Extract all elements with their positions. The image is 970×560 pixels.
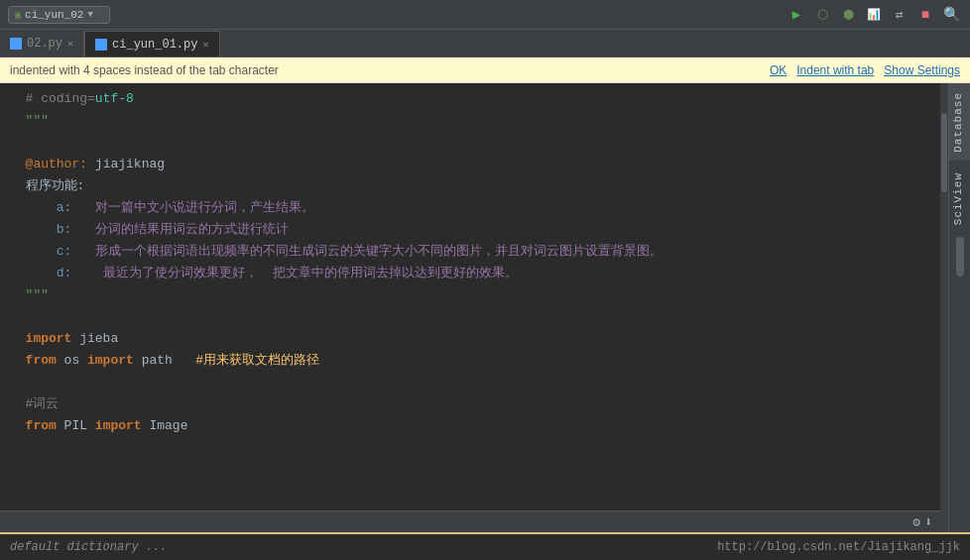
code-line-13: from os import path #用来获取文档的路径 [10, 350, 930, 372]
code-line-1: # coding=utf-8 [10, 88, 930, 110]
code-line-4: @author: jiajiknag [10, 154, 930, 175]
settings-icon[interactable]: ⚙ [912, 514, 920, 530]
close-tab-ci-yun-01py[interactable]: ✕ [202, 39, 208, 51]
sidebar-resize-handle[interactable] [956, 237, 964, 277]
toolbar-actions: ▶ ⬡ ⬢ 📊 ⇄ ■ 🔍 [786, 4, 962, 26]
concurrency-button[interactable]: ⇄ [889, 4, 910, 26]
run-config-dropdown[interactable]: ▣ ci_yun_02 ▼ [8, 6, 110, 24]
code-line-6: a: 对一篇中文小说进行分词，产生结果。 [10, 197, 930, 219]
bottom-status-url: http://blog.csdn.net/Jiajikang_jjk [717, 540, 960, 554]
sidebar-item-sciview[interactable]: SciView [949, 165, 970, 233]
code-line-12: import jieba [10, 328, 930, 350]
tab-bar: 02.py ✕ ci_yun_01.py ✕ [0, 30, 970, 57]
code-line-15: #词云 [10, 393, 930, 415]
tab-ci-yun-01py[interactable]: ci_yun_01.py ✕ [84, 31, 219, 56]
debug-run-button[interactable]: ⬡ [811, 4, 833, 26]
stop-button[interactable]: ■ [914, 4, 936, 26]
show-settings-button[interactable]: Show Settings [884, 63, 960, 77]
bottom-status-left: default dictionary ... [10, 540, 167, 554]
run-config-label: ci_yun_02 [25, 9, 83, 21]
right-sidebar: Database SciView [948, 83, 970, 532]
code-line-7: b: 分词的结果用词云的方式进行统计 [10, 219, 930, 241]
toolbar: ▣ ci_yun_02 ▼ ▶ ⬡ ⬢ 📊 ⇄ ■ 🔍 [0, 0, 970, 30]
download-icon[interactable]: ⬇ [924, 514, 932, 530]
code-line-5: 程序功能: [10, 175, 930, 197]
profile-button[interactable]: 📊 [863, 4, 885, 26]
editor-scrollbar[interactable] [940, 83, 948, 532]
close-tab-02py[interactable]: ✕ [67, 38, 73, 50]
code-line-8: c: 形成一个根据词语出现频率的不同生成词云的关键字大小不同的图片，并且对词云图… [10, 241, 930, 263]
code-line-3 [10, 132, 930, 154]
sidebar-item-database[interactable]: Database [949, 83, 970, 161]
python-file-icon-active [95, 39, 107, 51]
editor-container: # coding=utf-8 """ @author: jiajiknag 程序… [0, 83, 940, 532]
code-line-10: """ [10, 284, 930, 306]
code-line-14 [10, 372, 930, 393]
indent-with-tab-button[interactable]: Indent with tab [796, 63, 874, 77]
main-area: # coding=utf-8 """ @author: jiajiknag 程序… [0, 83, 970, 532]
status-icons: ⚙ ⬇ [912, 514, 932, 530]
code-line-2: """ [10, 110, 930, 132]
coverage-button[interactable]: ⬢ [837, 4, 859, 26]
run-button[interactable]: ▶ [786, 4, 807, 26]
search-button[interactable]: 🔍 [940, 4, 962, 26]
notification-bar: indented with 4 spaces instead of the ta… [0, 57, 970, 83]
scrollbar-thumb[interactable] [941, 113, 947, 192]
code-editor[interactable]: # coding=utf-8 """ @author: jiajiknag 程序… [0, 83, 940, 510]
code-lines: # coding=utf-8 """ @author: jiajiknag 程序… [0, 88, 940, 437]
chevron-down-icon: ▼ [87, 10, 92, 20]
tab-ci-yun-01py-label: ci_yun_01.py [112, 38, 197, 52]
code-line-9: d: 最近为了使分词效果更好， 把文章中的停用词去掉以达到更好的效果。 [10, 263, 930, 284]
ok-button[interactable]: OK [770, 63, 787, 77]
tab-02py-label: 02.py [27, 37, 62, 51]
notification-text: indented with 4 spaces instead of the ta… [10, 63, 770, 77]
code-line-11 [10, 306, 930, 328]
editor-status-bar: ⚙ ⬇ [0, 510, 940, 532]
code-line-16: from PIL import Image [10, 415, 930, 437]
tab-02py[interactable]: 02.py ✕ [0, 31, 84, 56]
python-file-icon [10, 38, 22, 50]
bottom-status-bar: default dictionary ... http://blog.csdn.… [0, 532, 970, 560]
notification-actions: OK Indent with tab Show Settings [770, 63, 960, 77]
